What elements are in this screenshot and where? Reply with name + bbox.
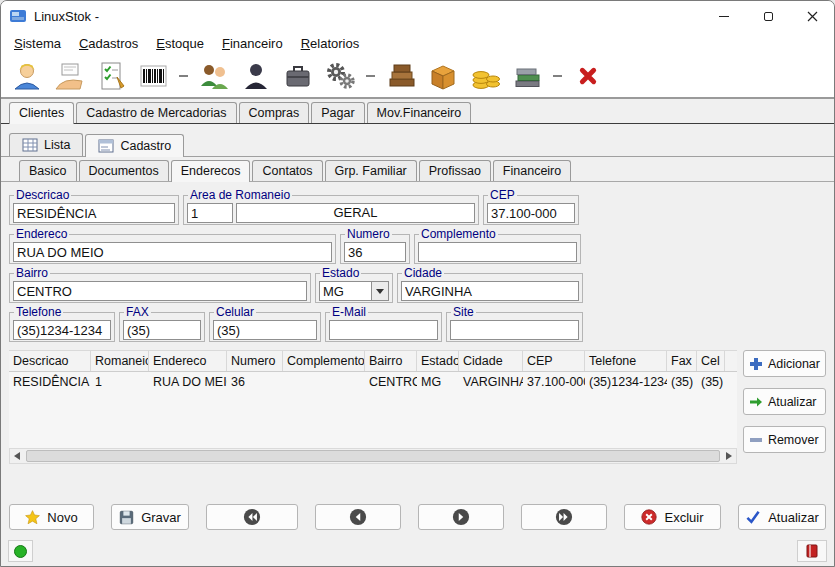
nav-first-button[interactable]	[206, 504, 298, 530]
bairro-input[interactable]	[13, 281, 307, 301]
client-icon[interactable]	[9, 58, 45, 94]
nav-last-button[interactable]	[521, 504, 607, 530]
adicionar-button[interactable]: Adicionar	[743, 350, 826, 377]
column-header[interactable]: Romaneio	[91, 351, 149, 371]
detail-tabbar: Basico Documentos Enderecos Contatos Grp…	[1, 160, 834, 182]
atualizar-bottom-label: Atualizar	[768, 510, 819, 525]
column-header[interactable]: Cidade	[459, 351, 523, 371]
numero-input[interactable]	[344, 242, 406, 262]
tab-cadastro-de-mercadorias[interactable]: Cadastro de Mercadorias	[76, 102, 236, 123]
side-actions: Adicionar Atualizar Remover	[743, 350, 826, 464]
tab-profissao[interactable]: Profissao	[419, 160, 491, 181]
celular-input[interactable]	[213, 320, 317, 340]
atualizar-bottom-button[interactable]: Atualizar	[738, 504, 826, 530]
lumber-icon[interactable]	[383, 58, 419, 94]
menu-relatorios[interactable]: Relatorios	[292, 33, 369, 54]
cell-celular: (35)	[697, 372, 725, 392]
save-floppy-icon	[119, 510, 134, 525]
scrollbar-thumb[interactable]	[26, 450, 720, 462]
novo-button[interactable]: Novo	[9, 504, 94, 530]
maximize-button[interactable]	[746, 1, 790, 31]
person-icon[interactable]	[238, 58, 274, 94]
menu-financeiro[interactable]: Financeiro	[213, 33, 292, 54]
romaneio-numero-input[interactable]	[187, 203, 233, 223]
nav-next-button[interactable]	[418, 504, 504, 530]
open-box-icon[interactable]	[425, 58, 461, 94]
remover-button[interactable]: Remover	[743, 426, 826, 453]
tab-cadastro[interactable]: Cadastro	[85, 134, 184, 157]
menu-cadastros[interactable]: Cadastros	[70, 33, 147, 54]
tab-lista[interactable]: Lista	[9, 133, 83, 156]
nav-previous-button[interactable]	[315, 504, 401, 530]
tab-compras[interactable]: Compras	[239, 102, 310, 123]
fax-input[interactable]	[123, 320, 201, 340]
field-area-romaneio: Area de Romaneio GERAL	[183, 188, 479, 225]
list-grid-icon	[22, 138, 38, 152]
column-header-filler	[725, 351, 737, 371]
users-icon[interactable]	[196, 58, 232, 94]
excluir-button[interactable]: Excluir	[624, 504, 721, 530]
books-icon[interactable]	[509, 58, 545, 94]
estado-input[interactable]	[319, 281, 371, 301]
sale-hand-icon[interactable]	[51, 58, 87, 94]
gravar-button[interactable]: Gravar	[111, 504, 189, 530]
tab-basico[interactable]: Basico	[19, 160, 77, 181]
cell-fax: (35)	[667, 372, 697, 392]
cidade-input[interactable]	[401, 281, 579, 301]
check-icon	[745, 509, 761, 525]
endereco-input[interactable]	[13, 242, 332, 262]
scroll-right-button[interactable]	[721, 449, 736, 463]
maximize-icon	[764, 12, 773, 21]
descricao-input[interactable]	[13, 203, 175, 223]
next-record-icon	[452, 508, 470, 526]
email-input[interactable]	[329, 320, 438, 340]
h-scrollbar[interactable]	[9, 448, 737, 464]
complemento-label: Complemento	[419, 227, 498, 241]
site-input[interactable]	[450, 320, 579, 340]
complemento-input[interactable]	[418, 242, 577, 262]
window-title: LinuxStok -	[34, 9, 99, 24]
menu-sistema[interactable]: Sistema	[5, 33, 70, 54]
tab-clientes[interactable]: Clientes	[9, 102, 74, 124]
close-button[interactable]	[790, 1, 834, 31]
table-row[interactable]: RESIDÊNCIA 1 RUA DO MEIO 36 CENTRO MG VA…	[9, 372, 737, 392]
bottom-actions: Novo Gravar Excluir	[9, 504, 826, 530]
email-label: E-Mail	[330, 305, 368, 319]
column-header[interactable]: Cel	[697, 351, 725, 371]
column-header[interactable]: Estado	[417, 351, 459, 371]
gears-icon[interactable]	[322, 58, 358, 94]
menu-estoque[interactable]: Estoque	[147, 33, 213, 54]
gravar-label: Gravar	[141, 510, 181, 525]
client-area: Clientes Cadastro de Mercadorias Compras…	[1, 99, 834, 566]
tab-grp-familiar[interactable]: Grp. Familiar	[325, 160, 417, 181]
telefone-input[interactable]	[13, 320, 111, 340]
briefcase-icon[interactable]	[280, 58, 316, 94]
endereco-label: Endereco	[14, 227, 69, 241]
tab-documentos[interactable]: Documentos	[79, 160, 169, 181]
column-header[interactable]: Telefone	[585, 351, 667, 371]
column-header[interactable]: Complemento	[283, 351, 365, 371]
column-header[interactable]: Bairro	[365, 351, 417, 371]
atualizar-side-button[interactable]: Atualizar	[743, 388, 826, 415]
tab-financeiro[interactable]: Financeiro	[493, 160, 571, 181]
column-header[interactable]: CEP	[523, 351, 585, 371]
cep-input[interactable]	[487, 203, 575, 223]
coins-icon[interactable]	[467, 58, 503, 94]
tab-contatos[interactable]: Contatos	[252, 160, 322, 181]
field-complemento: Complemento	[414, 227, 581, 264]
column-header[interactable]: Numero	[227, 351, 283, 371]
star-icon	[25, 510, 40, 525]
column-header[interactable]: Fax	[667, 351, 697, 371]
scroll-left-button[interactable]	[10, 449, 25, 463]
checklist-icon[interactable]	[93, 58, 129, 94]
column-header[interactable]: Descricao	[9, 351, 91, 371]
barcode-icon[interactable]	[135, 58, 171, 94]
column-header[interactable]: Endereco	[149, 351, 227, 371]
tab-mov-financeiro[interactable]: Mov.Financeiro	[367, 102, 472, 123]
minimize-button[interactable]	[702, 1, 746, 31]
exit-icon[interactable]	[570, 58, 606, 94]
arrow-right-icon	[725, 452, 732, 460]
tab-pagar[interactable]: Pagar	[311, 102, 364, 123]
tab-enderecos[interactable]: Enderecos	[171, 160, 251, 182]
estado-dropdown-button[interactable]	[371, 281, 389, 301]
